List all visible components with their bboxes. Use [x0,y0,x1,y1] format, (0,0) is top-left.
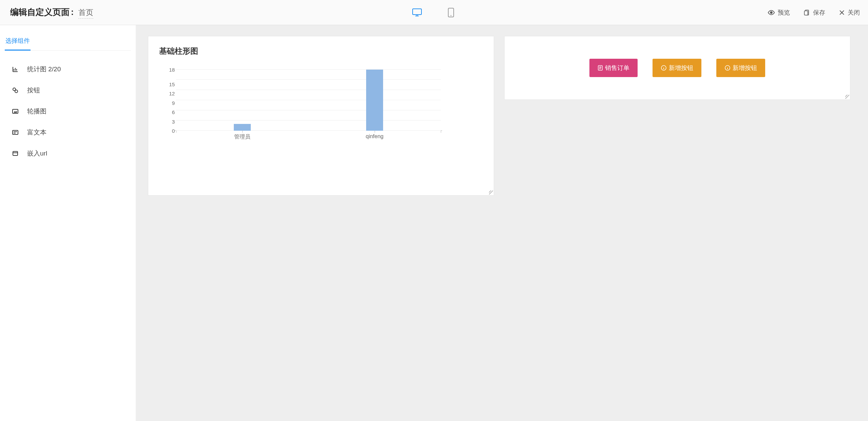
sidebar-item-label: 富文本 [27,128,46,137]
page-title-group: 编辑自定义页面 : 首页 [10,6,93,19]
sidebar-item-embed-url[interactable]: 嵌入url [5,143,131,164]
info-icon [724,65,731,71]
chart-y-tick: 15 [169,81,175,87]
chart-y-tick: 12 [169,91,175,96]
info-icon [661,65,667,71]
workspace: 选择组件 统计图 2/20 按钮 [0,25,868,421]
svg-rect-0 [413,9,421,15]
component-sidebar: 选择组件 统计图 2/20 按钮 [0,25,136,421]
sidebar-item-label: 嵌入url [27,149,47,158]
buttons-widget[interactable]: 销售订单新增按钮新增按钮 [504,36,850,100]
svg-rect-19 [13,130,18,134]
sidebar-item-label: 统计图 2/20 [27,65,61,74]
chart-bar [366,70,383,131]
chart-x-tick [176,131,176,133]
chart-x-tick [242,131,243,133]
component-list: 统计图 2/20 按钮 轮播图 [5,51,131,164]
save-icon [804,9,810,16]
design-canvas[interactable]: 基础柱形图 1815129630 管理员qinfeng 销售订单新增按钮新增按钮 [136,25,868,421]
chart-gridline [176,130,441,131]
close-label: 关闭 [848,8,860,17]
svg-rect-22 [13,151,18,155]
svg-point-5 [770,12,772,14]
chart-gridline [176,100,441,100]
save-label: 保存 [813,8,825,17]
page-name-editable[interactable]: 首页 [78,7,93,19]
chart-y-tick: 6 [172,110,175,115]
chart-y-tick: 18 [169,67,175,72]
svg-rect-7 [805,11,808,15]
preview-button[interactable]: 预览 [768,8,790,17]
image-icon [12,108,19,115]
sidebar-item-carousel[interactable]: 轮播图 [5,101,131,122]
doc-icon [598,65,603,71]
chart-bar [234,124,251,131]
chart-title: 基础柱形图 [159,46,484,56]
save-button[interactable]: 保存 [804,8,825,17]
chart-widget[interactable]: 基础柱形图 1815129630 管理员qinfeng [148,36,494,196]
chart-x-tick [375,131,375,133]
sidebar-tab-select-component[interactable]: 选择组件 [5,33,31,51]
mobile-icon [448,7,454,18]
chart-gridline [176,69,441,70]
page-title-prefix: 编辑自定义页面 [10,6,70,18]
page-header: 编辑自定义页面 : 首页 [0,0,868,25]
button-label: 新增按钮 [733,64,757,72]
sidebar-item-richtext[interactable]: 富文本 [5,122,131,143]
canvas-button-1[interactable]: 新增按钮 [653,59,701,77]
svg-point-16 [15,90,18,93]
sidebar-item-button[interactable]: 按钮 [5,80,131,101]
device-switcher [410,0,458,25]
chart-x-label: 管理员 [234,133,250,141]
svg-marker-18 [14,111,17,113]
chart-gridline [176,90,441,90]
close-icon [839,10,845,16]
richtext-icon [12,129,19,136]
chart-icon [12,66,19,73]
chart-x-tick [441,131,441,133]
chart-y-axis: 1815129630 [161,70,175,131]
device-mobile-button[interactable] [444,6,458,19]
chart-y-tick: 9 [172,100,175,105]
page-title-colon: : [71,7,74,17]
chart-plot-area: 管理员qinfeng [176,70,441,131]
chart-y-tick: 0 [172,128,175,133]
button-icon [12,87,19,94]
chart-gridline [176,110,441,110]
eye-icon [768,9,775,16]
device-desktop-button[interactable] [410,6,424,19]
canvas-button-0[interactable]: 销售订单 [589,59,638,77]
chart-x-label: qinfeng [366,133,384,140]
button-label: 销售订单 [605,64,629,72]
sidebar-item-label: 轮播图 [27,107,46,116]
chart-plot: 1815129630 管理员qinfeng [176,70,441,131]
canvas-button-2[interactable]: 新增按钮 [716,59,765,77]
chart-gridline [176,120,441,121]
sidebar-item-chart[interactable]: 统计图 2/20 [5,59,131,80]
chart-gridline [176,79,441,80]
close-button[interactable]: 关闭 [839,8,860,17]
sidebar-item-label: 按钮 [27,86,40,95]
header-actions: 预览 保存 关闭 [768,8,860,17]
chart-y-tick: 3 [172,119,175,124]
preview-label: 预览 [778,8,790,17]
button-label: 新增按钮 [669,64,693,72]
desktop-icon [412,8,422,17]
url-icon [12,150,19,157]
svg-point-4 [451,15,452,16]
